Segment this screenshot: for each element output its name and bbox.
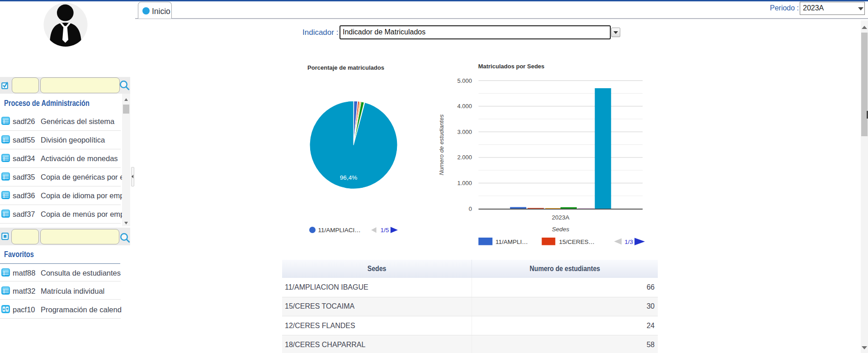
svg-text:1/5: 1/5 <box>381 227 389 234</box>
svg-text:1/3: 1/3 <box>625 239 633 245</box>
svg-text:Sedes: Sedes <box>552 226 570 233</box>
svg-text:11/AMPLIACI…: 11/AMPLIACI… <box>318 227 361 234</box>
svg-text:4.000: 4.000 <box>457 103 472 110</box>
svg-text:Numero de estudiantes: Numero de estudiantes <box>438 114 445 175</box>
svg-text:3.000: 3.000 <box>457 129 472 135</box>
svg-text:Porcentaje de matriculados: Porcentaje de matriculados <box>307 64 384 71</box>
svg-text:2.000: 2.000 <box>457 154 472 161</box>
svg-text:96,4%: 96,4% <box>340 174 357 181</box>
svg-text:1.000: 1.000 <box>457 180 472 186</box>
svg-text:15/CERES…: 15/CERES… <box>559 239 595 245</box>
svg-text:11/AMPLI…: 11/AMPLI… <box>495 239 528 245</box>
svg-text:Matriculados por Sedes: Matriculados por Sedes <box>478 63 545 70</box>
svg-text:2023A: 2023A <box>552 214 569 221</box>
svg-text:0: 0 <box>469 205 472 212</box>
svg-text:5.000: 5.000 <box>457 77 472 84</box>
